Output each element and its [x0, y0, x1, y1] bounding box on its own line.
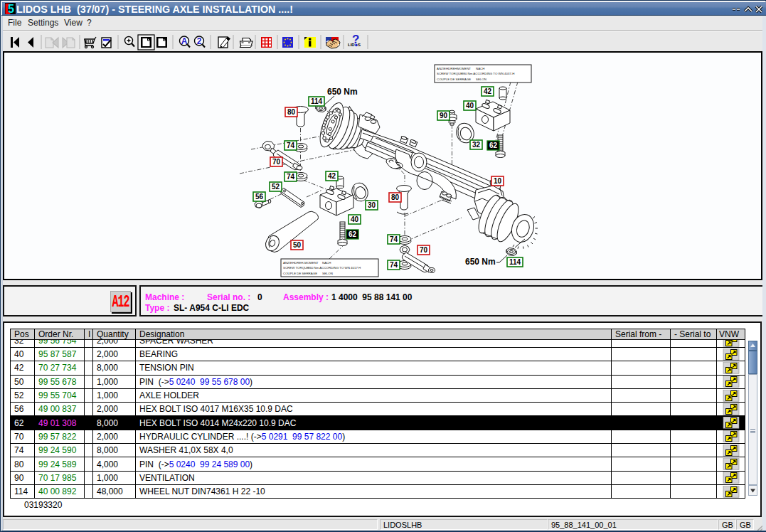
svg-text:650 Nm: 650 Nm	[465, 257, 496, 267]
svg-text:70: 70	[272, 158, 281, 166]
svg-text:70: 70	[420, 246, 428, 254]
svg-text:74: 74	[287, 142, 295, 149]
svg-text:SELON: SELON	[476, 78, 486, 81]
svg-text:74: 74	[287, 173, 295, 181]
svg-text:NACH: NACH	[322, 261, 331, 265]
svg-text:50: 50	[293, 241, 302, 249]
svg-text:2: 2	[197, 36, 202, 46]
svg-text:SCREW TORQUE: SCREW TORQUE	[437, 72, 462, 75]
svg-text:56: 56	[255, 193, 264, 201]
svg-text:74: 74	[390, 261, 398, 269]
svg-text:980 Nm ACCORDING TO WN 4037-H: 980 Nm ACCORDING TO WN 4037-H	[462, 72, 515, 75]
svg-text:80: 80	[391, 193, 400, 201]
svg-text:80: 80	[287, 108, 296, 116]
svg-text:40: 40	[351, 216, 359, 223]
svg-text:ANZIEHDREH-MOMENT: ANZIEHDREH-MOMENT	[283, 261, 319, 265]
svg-text:NACH: NACH	[476, 67, 484, 70]
svg-text:5: 5	[8, 3, 14, 15]
svg-text:30: 30	[368, 201, 376, 209]
svg-text:A: A	[181, 36, 188, 46]
svg-text:COUPLE DE SERRAGE: COUPLE DE SERRAGE	[283, 272, 317, 275]
svg-text:114: 114	[311, 97, 323, 105]
svg-text:62: 62	[349, 230, 357, 238]
svg-text:SELON: SELON	[322, 272, 333, 275]
svg-text:42: 42	[328, 172, 336, 180]
svg-text:52: 52	[272, 183, 280, 191]
svg-text:62: 62	[489, 142, 498, 149]
svg-text:COUPLE DE SERRAGE: COUPLE DE SERRAGE	[437, 78, 471, 81]
svg-text:ANZIEHDREHMOMENT: ANZIEHDREHMOMENT	[437, 67, 471, 70]
svg-text:114: 114	[509, 258, 521, 266]
svg-text:10: 10	[494, 177, 502, 185]
svg-text:650 Nm: 650 Nm	[327, 87, 358, 97]
svg-text:42: 42	[484, 87, 492, 95]
svg-text:74: 74	[390, 235, 398, 243]
svg-text:40: 40	[466, 102, 474, 110]
svg-text:860 Nm ACCORDING TO WN 4017 H: 860 Nm ACCORDING TO WN 4017 H	[308, 266, 361, 270]
svg-text:32: 32	[472, 141, 481, 149]
svg-text:90: 90	[440, 112, 448, 119]
svg-text:SCREW TORQUE: SCREW TORQUE	[283, 266, 309, 270]
